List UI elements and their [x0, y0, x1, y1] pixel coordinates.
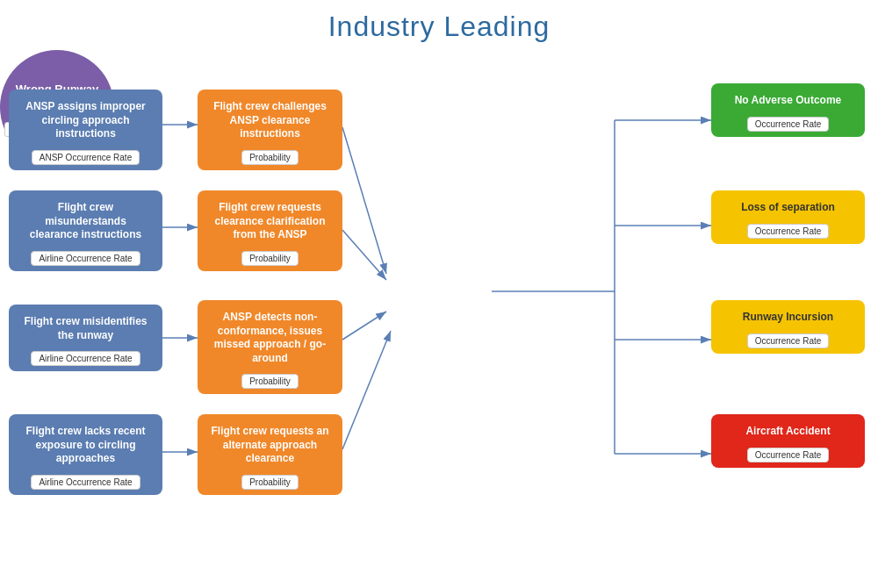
node-ansp-assigns: ANSP assigns improper circling approach … [9, 90, 162, 170]
page-title: Industry Leading [0, 0, 878, 50]
diagram: ANSP assigns improper circling approach … [0, 50, 878, 588]
node-flight-crew-misunderstands: Flight crew misunderstands clearance ins… [9, 190, 162, 271]
node-flight-crew-misidentifies: Flight crew misidentifies the runway Air… [9, 305, 162, 371]
node-ansp-detects: ANSP detects non-conformance, issues mis… [198, 300, 342, 394]
node-challenges-ansp: Flight crew challenges ANSP clearance in… [198, 90, 342, 170]
node-requests-clarification: Flight crew requests clearance clarifica… [198, 190, 342, 271]
svg-line-6 [342, 127, 386, 274]
node-requests-alternate: Flight crew requests an alternate approa… [198, 414, 342, 495]
node-aircraft-accident: Aircraft Accident Occurrence Rate [711, 414, 865, 468]
svg-line-7 [342, 230, 386, 280]
node-no-adverse-outcome: No Adverse Outcome Occurrence Rate [711, 83, 865, 137]
node-flight-crew-lacks-exposure: Flight crew lacks recent exposure to cir… [9, 414, 162, 495]
svg-line-9 [342, 331, 391, 449]
node-loss-of-separation: Loss of separation Occurrence Rate [711, 190, 865, 244]
node-runway-incursion: Runway Incursion Occurrence Rate [711, 300, 865, 354]
svg-line-8 [342, 312, 386, 340]
